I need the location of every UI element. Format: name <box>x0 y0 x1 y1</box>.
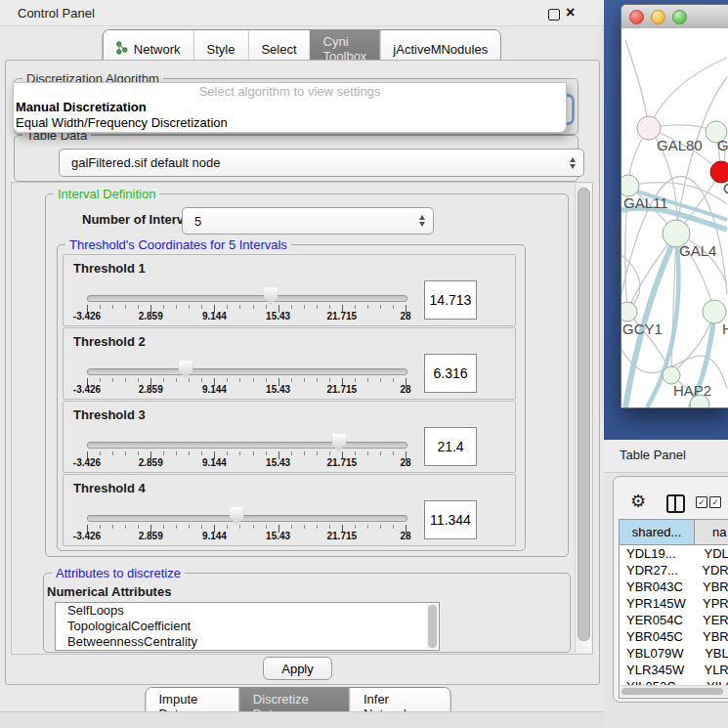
network-graph: GAL80 G C GAL11 GAL4 GCY1 H HAP2 <box>621 28 728 407</box>
node-label: GCY1 <box>622 321 663 337</box>
table-panel-title: Table Panel <box>620 448 686 462</box>
network-canvas[interactable]: GAL80 G C GAL11 GAL4 GCY1 H HAP2 <box>621 28 728 407</box>
network-window-titlebar[interactable] <box>621 5 728 29</box>
attributes-group-label: Attributes to discretize <box>52 566 185 580</box>
threshold-2-value-field[interactable]: 6.316 <box>424 354 477 393</box>
list-scrollbar[interactable] <box>427 604 438 649</box>
network-icon <box>116 41 128 58</box>
table-data-combobox[interactable]: galFiltered.sif default node <box>59 149 584 177</box>
column-header-name[interactable]: na <box>695 520 728 544</box>
minimize-traffic-light-icon[interactable] <box>651 10 665 24</box>
vertical-scrollbar[interactable] <box>575 184 591 653</box>
window-bottom-strip <box>0 711 604 728</box>
slider-thumb[interactable] <box>264 287 278 305</box>
algorithm-dropdown-popup: Select algorithm to view settings Manual… <box>13 82 567 133</box>
number-of-intervals-spinner[interactable]: 5 <box>182 207 434 235</box>
node-label: H <box>722 321 728 337</box>
table-header-row: shared... na <box>620 520 728 545</box>
dropdown-option-equal-width[interactable]: Equal Width/Frequency Discretization <box>14 115 566 131</box>
control-panel-window: Control Panel × Network Style Se <box>0 0 605 728</box>
table-row[interactable]: YBR043CYBR0 <box>620 578 728 595</box>
number-of-intervals-value: 5 <box>194 214 201 229</box>
thresholds-group-label: Threshold's Coordinates for 5 Intervals <box>65 237 291 252</box>
table-row[interactable]: YPR145WYPR1 <box>620 595 728 612</box>
float-window-icon[interactable] <box>548 9 560 21</box>
table-row[interactable]: YLR345WYLR3 <box>620 662 728 678</box>
screen: Control Panel × Network Style Se <box>0 0 728 728</box>
threshold-2-panel: Threshold 2 -3.426 2.859 9.144 15.43 21.… <box>63 327 516 400</box>
list-item[interactable]: SelfLoops <box>56 603 439 619</box>
threshold-4-value-field[interactable]: 11.344 <box>424 500 477 539</box>
slider-track[interactable] <box>87 295 407 302</box>
stepper-icon <box>419 215 425 227</box>
node-label: GAL80 <box>657 137 703 153</box>
network-node[interactable] <box>621 302 637 321</box>
attributes-list[interactable]: SelfLoops TopologicalCoefficient Between… <box>55 602 440 651</box>
threshold-3-value-field[interactable]: 21.4 <box>424 427 477 466</box>
threshold-4-panel: Threshold 4 -3.426 2.859 9.144 15.43 21.… <box>63 474 516 546</box>
tab-label: Network <box>134 42 181 57</box>
column-layout-icon[interactable] <box>666 494 685 513</box>
horizontal-scrollbar[interactable] <box>621 685 728 697</box>
checkbox-icon[interactable]: ✓ <box>696 496 707 508</box>
gear-icon[interactable]: ⚙ <box>630 491 646 512</box>
vertical-scrollbar-thumb[interactable] <box>578 188 590 641</box>
slider-track[interactable] <box>87 515 407 522</box>
zoom-traffic-light-icon[interactable] <box>672 10 687 24</box>
node-attribute-table: shared... na YDL19...YDL1 YDR27...YDR2 Y… <box>619 519 728 699</box>
close-traffic-light-icon[interactable] <box>629 10 644 24</box>
table-data-value: galFiltered.sif default node <box>71 155 220 170</box>
network-node[interactable] <box>621 175 639 196</box>
threshold-1-slider[interactable]: -3.426 2.859 9.144 15.43 21.715 28 <box>87 255 406 325</box>
table-row[interactable]: YDL19...YDL1 <box>620 545 728 562</box>
threshold-4-slider[interactable]: -3.426 2.859 9.144 15.43 21.715 28 <box>87 475 406 545</box>
node-label: HAP2 <box>673 382 711 399</box>
slider-thumb[interactable] <box>179 361 193 378</box>
threshold-3-slider[interactable]: -3.426 2.859 9.144 15.43 21.715 28 <box>87 402 406 472</box>
slider-track[interactable] <box>87 442 407 449</box>
checkbox-icon[interactable]: ✓ <box>709 496 721 508</box>
list-item[interactable]: TopologicalCoefficient <box>56 619 439 634</box>
table-row[interactable]: YBR045CYBR0 <box>620 628 728 645</box>
node-label: C <box>723 180 728 196</box>
slider-thumb[interactable] <box>331 434 346 451</box>
threshold-1-value-field[interactable]: 14.713 <box>424 280 477 320</box>
slider-thumb[interactable] <box>230 507 244 525</box>
numerical-attributes-label: Numerical Attributes <box>47 584 171 599</box>
dropdown-option-manual[interactable]: Manual Discretization <box>14 100 566 115</box>
horizontal-scrollbar-thumb[interactable] <box>621 688 723 695</box>
list-item[interactable]: BetweennessCentrality <box>56 634 439 650</box>
threshold-1-panel: Threshold 1 -3.426 2.859 9.144 15.43 21.… <box>63 254 516 326</box>
node-label: GAL11 <box>623 194 668 211</box>
interval-definition-label: Interval Definition <box>54 187 159 201</box>
node-label: G <box>717 137 728 153</box>
node-label: GAL4 <box>679 242 716 259</box>
table-row[interactable]: YER054CYER0 <box>620 612 728 628</box>
column-header-shared-name[interactable]: shared... <box>620 520 695 544</box>
table-rows: YDL19...YDL1 YDR27...YDR2 YBR043CYBR0 YP… <box>620 545 728 687</box>
table-row[interactable]: YBL079WYBL0 <box>620 645 728 662</box>
close-icon[interactable]: × <box>566 4 575 21</box>
apply-button[interactable]: Apply <box>263 657 332 680</box>
stepper-icon <box>570 157 576 169</box>
network-view-window: GAL80 G C GAL11 GAL4 GCY1 H HAP2 <box>621 4 728 408</box>
threshold-2-slider[interactable]: -3.426 2.859 9.144 15.43 21.715 28 <box>87 328 406 399</box>
table-row[interactable]: YDR27...YDR2 <box>620 562 728 578</box>
control-panel-titlebar: Control Panel × <box>0 0 604 26</box>
panel-title: Control Panel <box>18 6 95 21</box>
threshold-3-panel: Threshold 3 -3.426 2.859 9.144 15.43 21.… <box>63 401 516 473</box>
dropdown-placeholder: Select algorithm to view settings <box>14 84 566 100</box>
slider-track[interactable] <box>87 368 407 375</box>
